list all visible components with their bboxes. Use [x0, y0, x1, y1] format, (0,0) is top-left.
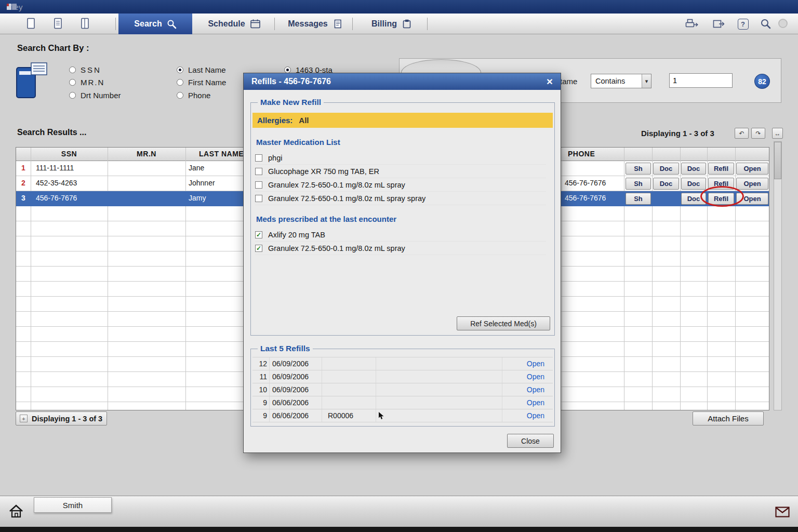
cursor-icon — [378, 412, 384, 420]
tab-billing[interactable]: Billing — [358, 14, 425, 34]
close-button-label: Close — [521, 437, 540, 445]
radio-drt-number[interactable]: Drt Number — [69, 90, 121, 100]
cell-last-name: Jane — [189, 164, 204, 172]
allergies-label: Allergies: — [257, 116, 292, 125]
refill-open-link[interactable]: Open — [527, 385, 544, 394]
refill-open-link[interactable]: Open — [527, 360, 544, 368]
checkbox-checked[interactable]: ✓ — [255, 231, 262, 238]
refill-row[interactable]: 10 06/09/2006 Open — [252, 383, 553, 396]
attach-files-button[interactable]: Attach Files — [693, 411, 764, 425]
close-icon[interactable]: ✕ — [544, 76, 555, 87]
document-lines-button[interactable] — [50, 16, 66, 32]
open-button[interactable]: Open — [736, 178, 768, 190]
tab-schedule[interactable]: Schedule — [196, 14, 272, 34]
doc-button[interactable]: Doc — [681, 163, 706, 175]
radio-circle — [69, 66, 76, 73]
close-button[interactable]: Close — [507, 434, 554, 448]
med-checkbox-row[interactable]: phgi — [255, 151, 546, 165]
doc-button[interactable]: Doc — [653, 163, 679, 175]
main-toolbar: Search Schedule Messages Billing ? — [0, 14, 798, 34]
refill-button[interactable]: Refil — [708, 163, 734, 175]
clipboard-icon — [402, 19, 412, 29]
export-button[interactable] — [711, 16, 727, 32]
cell-ssn: 111-11-1111 — [36, 164, 74, 172]
doc-button[interactable]: Doc — [681, 178, 706, 190]
tab-messages[interactable]: Messages — [281, 14, 350, 34]
med-label: Axlify 20 mg TAB — [268, 231, 325, 239]
new-document-button[interactable] — [23, 16, 39, 32]
cell-last-name: Johnner — [189, 179, 215, 187]
med-checkbox-row-checked[interactable]: ✓ Granulex 72.5-650-0.1 mg/8.0z mL spray — [255, 242, 546, 255]
pager-back-button[interactable]: ↶ — [735, 128, 749, 139]
help-button[interactable]: ? — [735, 16, 751, 32]
displaying-bottom-control[interactable]: + Displaying 1 - 3 of 3 — [16, 411, 107, 425]
refill-row[interactable]: 12 06/09/2006 Open — [252, 357, 553, 370]
refill-open-link[interactable]: Open — [527, 398, 544, 407]
refill-number: 9 — [252, 411, 267, 420]
sh-button[interactable]: Sh — [626, 163, 651, 175]
checkbox-unchecked[interactable] — [255, 181, 262, 189]
med-checkbox-row[interactable]: Glucophage XR 750 mg TAB, ER — [255, 165, 546, 178]
refill-row[interactable]: 9 06/06/2006 R00006 Open — [252, 409, 553, 422]
contains-dropdown[interactable]: Contains ▾ — [591, 74, 651, 88]
patient-tab-smith[interactable]: Smith — [34, 497, 112, 513]
document-layout-button[interactable] — [77, 16, 94, 32]
med-checkbox-row[interactable]: Granulex 72.5-650-0.1 mg/8.0z mL spray s… — [255, 192, 546, 205]
last-5-refills-label: Last 5 Refills — [258, 344, 313, 353]
mail-button[interactable] — [775, 507, 790, 517]
radio-last-name[interactable]: Last Name — [177, 64, 226, 75]
med-checkbox-row[interactable]: Granulex 72.5-650-0.1 mg/8.0z mL spray — [255, 178, 546, 192]
radio-first-name[interactable]: First Name — [177, 77, 226, 87]
cell-last-name: Jamy — [189, 194, 206, 202]
header-mrn: MR.N — [108, 150, 185, 158]
radio-mrn[interactable]: MR.N — [69, 77, 104, 87]
ref-selected-meds-button[interactable]: Ref Selected Med(s) — [457, 316, 550, 330]
checkbox-unchecked[interactable] — [255, 168, 262, 175]
pager-end-button[interactable]: ↔ — [772, 128, 783, 139]
tab-divider — [427, 18, 428, 30]
filter-label-fragment: tame — [560, 77, 577, 86]
pager-forward-button[interactable]: ↷ — [751, 128, 765, 139]
refill-open-link[interactable]: Open — [527, 373, 544, 381]
cell-phone: 456-76-7676 — [565, 179, 606, 187]
refill-date: 06/09/2006 — [272, 385, 309, 394]
status-indicator-icon — [778, 19, 788, 28]
home-button[interactable] — [8, 503, 24, 519]
fax-send-icon — [685, 18, 699, 30]
bottom-bar: Smith — [0, 496, 798, 527]
scrollbar-thumb[interactable] — [774, 142, 781, 179]
radio-circle — [177, 92, 183, 99]
refill-open-link[interactable]: Open — [527, 411, 544, 420]
refill-row[interactable]: 11 06/09/2006 Open — [252, 370, 553, 383]
radio-circle-selected — [177, 66, 183, 73]
send-fax-button[interactable] — [684, 16, 700, 32]
search-tool-button[interactable] — [757, 16, 774, 32]
checkbox-unchecked[interactable] — [255, 195, 262, 202]
dialog-titlebar[interactable]: Refills - 456-76-7676 ✕ — [244, 73, 561, 90]
app-logo-icon — [6, 3, 18, 11]
radio-ssn[interactable]: SSN — [69, 64, 101, 75]
med-checkbox-row-checked[interactable]: ✓ Axlify 20 mg TAB — [255, 228, 546, 242]
checkbox-checked[interactable]: ✓ — [255, 245, 262, 252]
radio-circle — [177, 79, 183, 86]
open-button[interactable]: Open — [736, 163, 768, 175]
radio-phone[interactable]: Phone — [177, 90, 210, 100]
cell-ssn: 456-76-7676 — [36, 194, 77, 202]
sh-button[interactable]: Sh — [626, 178, 651, 190]
sh-button[interactable]: Sh — [626, 193, 651, 205]
pager-back-icon: ↶ — [739, 130, 744, 137]
refill-row[interactable]: 9 06/06/2006 Open — [252, 396, 553, 409]
master-medication-heading: Master Medication List — [256, 138, 340, 147]
calendar-icon — [250, 19, 261, 29]
cell-ssn: 452-35-4263 — [36, 179, 77, 187]
export-icon — [712, 18, 726, 30]
search-chart-by-heading: Search Chart By : — [17, 43, 89, 53]
radio-phone-label: Phone — [188, 91, 210, 100]
tab-search[interactable]: Search — [118, 14, 192, 34]
refill-code: R00006 — [328, 411, 353, 420]
displaying-top-label: Displaying 1 - 3 of 3 — [641, 129, 714, 138]
vertical-scrollbar[interactable] — [774, 141, 782, 410]
doc-button[interactable]: Doc — [653, 178, 679, 190]
search-value-input[interactable] — [669, 73, 733, 88]
checkbox-unchecked[interactable] — [255, 154, 262, 162]
